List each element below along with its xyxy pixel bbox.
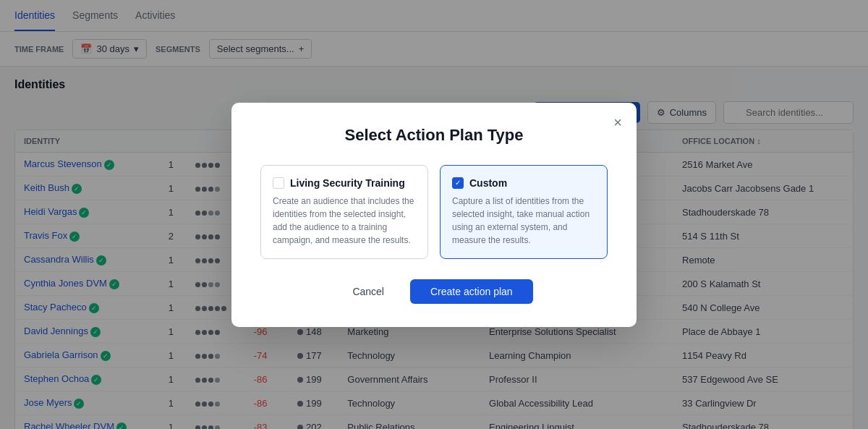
plan-option-desc-2: Capture a list of identities from the se…: [452, 195, 595, 247]
checkbox-living-security[interactable]: [273, 177, 284, 189]
modal-overlay: × Select Action Plan Type Living Securit…: [0, 0, 868, 429]
plan-option-custom[interactable]: Custom Capture a list of identities from…: [440, 165, 608, 259]
plan-option-title-2: Custom: [469, 177, 507, 189]
plan-option-desc-1: Create an audience that includes the ide…: [273, 195, 416, 247]
cancel-button[interactable]: Cancel: [335, 279, 401, 304]
modal-title: Select Action Plan Type: [260, 126, 608, 145]
modal-actions: Cancel Create action plan: [260, 279, 608, 304]
modal-close-button[interactable]: ×: [613, 114, 622, 131]
plan-option-living-security[interactable]: Living Security Training Create an audie…: [260, 165, 428, 259]
plan-options: Living Security Training Create an audie…: [260, 165, 608, 259]
plan-option-header-1: Living Security Training: [273, 177, 416, 189]
plan-option-header-2: Custom: [452, 177, 595, 189]
modal-create-action-plan-button[interactable]: Create action plan: [410, 279, 533, 304]
plan-option-title-1: Living Security Training: [290, 177, 405, 189]
action-plan-modal: × Select Action Plan Type Living Securit…: [231, 103, 637, 327]
checkbox-custom[interactable]: [452, 177, 464, 189]
